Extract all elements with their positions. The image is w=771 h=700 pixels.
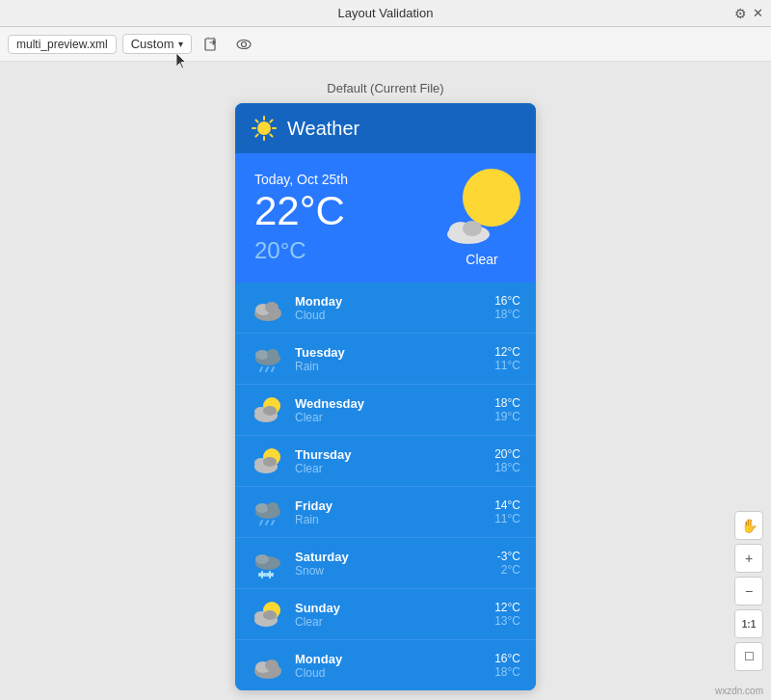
forecast-condition: Cloud bbox=[295, 666, 494, 680]
forecast-temp-high: 16°C bbox=[494, 652, 520, 665]
forecast-item: Saturday Snow -3°C 2°C bbox=[235, 538, 536, 589]
forecast-temp-low: 18°C bbox=[494, 461, 520, 474]
forecast-item: Tuesday Rain 12°C 11°C bbox=[235, 334, 536, 385]
forecast-condition: Cloud bbox=[295, 309, 494, 322]
svg-line-22 bbox=[266, 367, 268, 371]
forecast-temps: 18°C 19°C bbox=[494, 396, 520, 423]
forecast-info: Friday Rain bbox=[295, 498, 494, 526]
weather-current-left: Today, Oct 25th 22°C 20°C bbox=[254, 172, 348, 264]
svg-line-8 bbox=[256, 121, 258, 122]
cloud-overlay-icon bbox=[443, 213, 493, 246]
weather-current: Today, Oct 25th 22°C 20°C Clear bbox=[235, 153, 536, 283]
forecast-weather-icon bbox=[251, 546, 285, 580]
forecast-item: Friday Rain 14°C 11°C bbox=[235, 487, 536, 538]
file-chip[interactable]: multi_preview.xml bbox=[8, 35, 117, 54]
forecast-info: Thursday Clear bbox=[295, 447, 494, 475]
toolbar: multi_preview.xml Custom ▾ bbox=[0, 27, 771, 62]
forecast-temp-high: 20°C bbox=[494, 447, 520, 461]
svg-point-1 bbox=[237, 40, 251, 48]
forecast-weather-icon bbox=[251, 392, 285, 427]
forecast-temps: 12°C 11°C bbox=[494, 345, 520, 372]
svg-point-33 bbox=[255, 503, 269, 513]
forecast-condition: Clear bbox=[295, 615, 494, 629]
svg-point-27 bbox=[263, 406, 277, 416]
svg-point-20 bbox=[267, 349, 279, 359]
forecast-info: Monday Cloud bbox=[295, 294, 494, 322]
forecast-temp-high: 16°C bbox=[494, 294, 520, 308]
svg-line-37 bbox=[272, 521, 274, 525]
forecast-item: Monday Cloud 16°C 18°C bbox=[235, 283, 536, 334]
zoom-ratio-button[interactable]: 1:1 bbox=[734, 609, 763, 638]
weather-forecast: Monday Cloud 16°C 18°C Tuesday Rain 1 bbox=[235, 283, 536, 690]
forecast-day: Saturday bbox=[295, 550, 497, 564]
forecast-temp-low: 19°C bbox=[494, 410, 520, 423]
preview-icon-button[interactable] bbox=[230, 31, 257, 58]
forecast-temps: 14°C 11°C bbox=[494, 498, 520, 525]
svg-line-11 bbox=[256, 134, 258, 136]
forecast-temp-low: 18°C bbox=[494, 665, 520, 679]
custom-dropdown[interactable]: Custom ▾ bbox=[122, 34, 192, 54]
hand-tool-button[interactable]: ✋ bbox=[734, 511, 763, 540]
current-weather-icon bbox=[443, 169, 520, 246]
forecast-info: Tuesday Rain bbox=[295, 345, 494, 373]
weather-date: Today, Oct 25th bbox=[254, 172, 348, 187]
svg-line-23 bbox=[272, 367, 274, 371]
sun-icon bbox=[251, 115, 278, 142]
forecast-condition: Clear bbox=[295, 411, 494, 424]
forecast-temps: 16°C 18°C bbox=[494, 652, 520, 679]
forecast-day: Sunday bbox=[295, 601, 494, 615]
forecast-info: Wednesday Clear bbox=[295, 396, 494, 424]
forecast-day: Monday bbox=[295, 652, 494, 666]
forecast-temp-high: -3°C bbox=[497, 550, 520, 563]
svg-point-17 bbox=[265, 302, 279, 313]
forecast-temp-low: 18°C bbox=[494, 308, 520, 321]
preview-label: Default (Current File) bbox=[327, 81, 443, 95]
forecast-info: Monday Cloud bbox=[295, 652, 494, 680]
fit-screen-button[interactable]: ☐ bbox=[734, 642, 763, 671]
forecast-temp-low: 11°C bbox=[494, 512, 520, 525]
close-icon[interactable]: ✕ bbox=[753, 6, 763, 20]
forecast-item: Wednesday Clear 18°C 19°C bbox=[235, 385, 536, 436]
weather-header: Weather bbox=[235, 103, 536, 153]
gear-icon[interactable]: ⚙ bbox=[734, 6, 747, 21]
svg-point-39 bbox=[255, 554, 269, 564]
forecast-weather-icon bbox=[251, 648, 285, 683]
svg-point-2 bbox=[241, 41, 246, 46]
forecast-day: Thursday bbox=[295, 447, 494, 462]
forecast-temp-high: 12°C bbox=[494, 345, 520, 359]
forecast-day: Wednesday bbox=[295, 396, 494, 411]
weather-widget: Weather Today, Oct 25th 22°C 20°C bbox=[235, 103, 536, 690]
svg-line-21 bbox=[260, 367, 262, 371]
forecast-weather-icon bbox=[251, 290, 285, 325]
forecast-temp-low: 2°C bbox=[501, 563, 520, 577]
window-title: Layout Validation bbox=[338, 6, 434, 20]
forecast-condition: Clear bbox=[295, 462, 494, 475]
forecast-item: Sunday Clear 12°C 13°C bbox=[235, 589, 536, 640]
svg-point-34 bbox=[267, 502, 279, 512]
weather-condition: Clear bbox=[465, 252, 497, 267]
forecast-temp-low: 13°C bbox=[494, 614, 520, 628]
weather-temp-secondary: 20°C bbox=[254, 237, 348, 264]
weather-title: Weather bbox=[287, 118, 359, 140]
weather-current-right: Clear bbox=[443, 169, 520, 267]
forecast-temps: 16°C 18°C bbox=[494, 294, 520, 321]
zoom-in-button[interactable]: + bbox=[734, 544, 763, 573]
forecast-temps: 12°C 13°C bbox=[494, 601, 520, 628]
svg-point-31 bbox=[263, 457, 277, 467]
main-content: Default (Current File) bbox=[0, 62, 771, 700]
svg-point-14 bbox=[463, 221, 482, 236]
forecast-info: Sunday Clear bbox=[295, 601, 494, 629]
export-icon-button[interactable] bbox=[198, 31, 225, 58]
forecast-day: Friday bbox=[295, 498, 494, 513]
zoom-out-button[interactable]: − bbox=[734, 577, 763, 606]
svg-point-3 bbox=[257, 121, 271, 135]
forecast-item: Monday Cloud 16°C 18°C bbox=[235, 640, 536, 690]
svg-point-19 bbox=[255, 350, 269, 360]
forecast-condition: Rain bbox=[295, 360, 494, 373]
svg-line-35 bbox=[260, 521, 262, 525]
svg-line-9 bbox=[270, 134, 272, 136]
watermark: wxzdn.com bbox=[715, 686, 763, 696]
weather-temp-main: 22°C bbox=[254, 191, 348, 231]
dropdown-label: Custom bbox=[131, 37, 174, 51]
title-bar: Layout Validation ⚙ ✕ bbox=[0, 0, 771, 27]
